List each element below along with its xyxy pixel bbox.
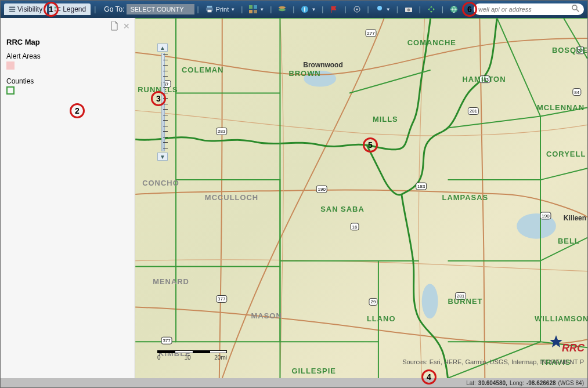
info-button[interactable]: i▼ (298, 3, 318, 15)
globe-icon (449, 5, 459, 14)
shield-text: 190 (542, 213, 550, 219)
legend-counties-label: Counties (6, 77, 129, 85)
svg-text:i: i (304, 6, 306, 13)
shield-text: 84 (574, 90, 579, 95)
top-toolbar: Visibility Legend | Go To: SELECT COUNTY… (1, 1, 587, 18)
svg-rect-11 (254, 5, 257, 9)
map-svg: 277 67 183 281 22 377 283 190 183 16 190… (135, 18, 587, 378)
shield-text: 16 (352, 224, 358, 230)
county-label: COLEMAN (182, 66, 223, 74)
shield-text: 183 (417, 184, 425, 189)
annotation-marker-2: 2 (70, 103, 85, 118)
chevron-down-icon: ▼ (386, 7, 391, 12)
shield-text: 283 (218, 129, 226, 134)
svg-point-22 (407, 9, 410, 12)
chevron-down-icon: ▼ (311, 7, 316, 12)
svg-rect-12 (249, 10, 252, 13)
chevron-down-icon: ▼ (259, 7, 264, 12)
separator: | (270, 5, 272, 13)
county-label: BELL (558, 237, 580, 245)
highlight-button[interactable]: ▼ (373, 3, 393, 15)
export-pdf-button[interactable] (110, 21, 118, 32)
county-label: WILLIAMSON (535, 314, 587, 323)
datum: (WGS 84) (558, 380, 584, 386)
legend-panel: ✕ RRC Map Alert Areas Counties (1, 18, 135, 378)
print-icon (205, 5, 214, 14)
lon-label: Long: (510, 380, 524, 386)
pan-icon (427, 5, 436, 14)
layers-icon (277, 5, 287, 14)
county-label: COMANCHE (407, 38, 456, 47)
svg-point-14 (279, 6, 286, 9)
tab-legend-label: Legend (63, 5, 86, 13)
globe-button[interactable] (447, 3, 461, 15)
svg-point-28 (422, 284, 438, 319)
svg-point-24 (572, 5, 577, 10)
county-select[interactable]: SELECT COUNTY (127, 4, 194, 14)
lat-value: 30.604580, (478, 380, 507, 386)
svg-point-19 (356, 9, 358, 10)
target-button[interactable] (350, 3, 364, 15)
main-split: ✕ RRC Map Alert Areas Counties (1, 18, 587, 378)
county-label: LAMPASAS (442, 193, 489, 202)
legend-title: RRC Map (6, 38, 129, 46)
alert-swatch (6, 61, 15, 70)
shield-text: 377 (163, 338, 171, 343)
search-input[interactable] (478, 6, 572, 13)
flag-button[interactable] (327, 3, 341, 15)
county-label: GILLESPIE (291, 367, 336, 375)
pdf-icon (110, 21, 118, 31)
layers-button[interactable] (275, 3, 289, 15)
status-bar: Lat: 30.604580, Long: -98.626628 (WGS 84… (1, 378, 587, 387)
county-label: CONCHO (142, 179, 179, 187)
snapshot-button[interactable] (402, 3, 416, 15)
county-label: BOSQUE (552, 46, 587, 55)
zoom-out-button[interactable]: ▼ (157, 153, 168, 161)
print-button[interactable]: Print ▼ (203, 3, 238, 15)
map-attribution: Sources: Esri, HERE, Garmin, USGS, Inter… (402, 358, 584, 365)
county-label: MASON (251, 311, 282, 320)
annotation-marker-5: 5 (363, 137, 378, 153)
rrc-logo: RRC (550, 333, 585, 356)
tab-visibility-label: Visibility (17, 5, 42, 13)
lat-label: Lat: (466, 380, 476, 386)
print-label: Print (216, 6, 229, 13)
close-panel-button[interactable]: ✕ (123, 21, 130, 32)
separator: | (293, 5, 294, 13)
svg-marker-44 (550, 335, 562, 347)
shield-text: 29 (370, 299, 376, 304)
highlight-icon (375, 5, 384, 14)
svg-rect-7 (207, 6, 212, 8)
go-to-label: Go To: (104, 5, 124, 13)
map-canvas[interactable]: 277 67 183 281 22 377 283 190 183 16 190… (135, 18, 587, 378)
info-icon: i (300, 5, 309, 14)
tab-visibility[interactable]: Visibility (4, 3, 47, 15)
county-label: SAN SABA (320, 205, 365, 213)
annotation-marker-6: 6 (462, 2, 477, 17)
zoom-in-button[interactable]: ▲ (157, 43, 168, 52)
county-label: MCCULLOCH (205, 193, 258, 202)
svg-rect-1 (9, 9, 16, 10)
shield-text: 190 (318, 187, 326, 192)
legend-item-alert: Alert Areas (6, 52, 129, 71)
svg-point-15 (279, 9, 286, 11)
basemap-button[interactable]: ▼ (246, 3, 266, 15)
separator: | (197, 5, 199, 13)
svg-line-25 (576, 9, 579, 12)
search-icon (572, 5, 579, 12)
visibility-icon (9, 6, 16, 13)
shield-text: 377 (218, 296, 226, 302)
search-button[interactable] (572, 5, 579, 14)
separator: | (344, 5, 346, 13)
county-label: BROWN (288, 69, 320, 78)
pan-button[interactable] (424, 3, 438, 15)
flag-icon (329, 5, 338, 14)
county-label: MCLENNAN (537, 103, 585, 112)
county-label: HAMILTON (462, 75, 506, 84)
annotation-marker-1: 1 (44, 2, 59, 17)
svg-rect-10 (249, 5, 252, 9)
chevron-down-icon: ▼ (230, 7, 235, 12)
svg-rect-0 (9, 7, 16, 8)
svg-rect-13 (254, 10, 257, 13)
app-root: Visibility Legend | Go To: SELECT COUNTY… (0, 0, 588, 388)
